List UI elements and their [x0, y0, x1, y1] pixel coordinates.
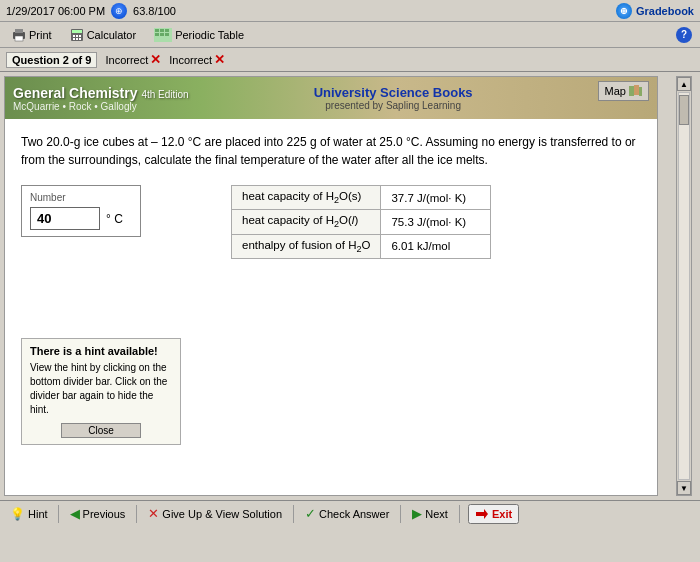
print-label: Print [29, 29, 52, 41]
number-input-label: Number [30, 192, 132, 203]
separator-1 [58, 505, 59, 523]
svg-rect-14 [165, 29, 169, 32]
svg-rect-18 [629, 86, 634, 96]
previous-label: Previous [83, 508, 126, 520]
check-answer-label: Check Answer [319, 508, 389, 520]
number-input[interactable] [30, 207, 100, 230]
hint-footer-label: Hint [28, 508, 48, 520]
book-header: General Chemistry 4th Edition McQuarrie … [5, 77, 657, 119]
next-label: Next [425, 508, 448, 520]
number-input-group: Number ° C [21, 185, 141, 237]
hint-footer-button[interactable]: 💡 Hint [6, 506, 52, 522]
svg-rect-20 [639, 87, 642, 96]
next-button[interactable]: ▶ Next [407, 505, 453, 522]
svg-rect-16 [160, 33, 164, 36]
help-button[interactable]: ? [676, 27, 692, 43]
property-cell-3: enthalpy of fusion of H2O [232, 234, 381, 258]
number-row: ° C [30, 207, 132, 230]
value-cell-3: 6.01 kJ/mol [381, 234, 491, 258]
periodic-table-label: Periodic Table [175, 29, 244, 41]
scroll-thumb[interactable] [679, 95, 689, 125]
property-cell-2: heat capacity of H2O(l) [232, 210, 381, 234]
calculator-button[interactable]: Calculator [66, 27, 141, 43]
publisher-name: University Science Books [314, 85, 473, 100]
question-body: Two 20.0-g ice cubes at – 12.0 °C are pl… [5, 119, 657, 267]
book-edition: 4th Edition [141, 89, 188, 100]
map-icon [628, 84, 642, 98]
status1-icon: ✕ [150, 52, 161, 67]
right-scrollbar: ▲ ▼ [676, 76, 692, 496]
previous-button[interactable]: ◀ Previous [65, 505, 131, 522]
publisher-area: University Science Books presented by Sa… [314, 85, 473, 111]
svg-rect-4 [72, 30, 82, 33]
book-authors: McQuarrie • Rock • Gallogly [13, 101, 189, 112]
separator-4 [400, 505, 401, 523]
book-title: General Chemistry 4th Edition [13, 85, 189, 101]
hint-title: There is a hint available! [30, 345, 172, 357]
give-up-label: Give Up & View Solution [162, 508, 282, 520]
hint-box: There is a hint available! View the hint… [21, 338, 181, 445]
unit-label: ° C [106, 212, 123, 226]
next-icon: ▶ [412, 506, 422, 521]
data-table: heat capacity of H2O(s) 37.7 J/(mol· K) … [231, 185, 491, 259]
value-cell-2: 75.3 J/(mol· K) [381, 210, 491, 234]
top-bar: 1/29/2017 06:00 PM ⊕ 63.8/100 ⊕ Gradeboo… [0, 0, 700, 22]
svg-rect-8 [73, 38, 75, 40]
svg-rect-19 [634, 85, 639, 95]
help-label: ? [681, 29, 687, 40]
hint-text: View the hint by clicking on the bottom … [30, 361, 172, 417]
status-tag-2: Incorrect ✕ [169, 52, 225, 67]
map-button[interactable]: Map [598, 81, 649, 101]
svg-rect-21 [476, 512, 484, 516]
tab-bar: Question 2 of 9 Incorrect ✕ Incorrect ✕ [0, 48, 700, 72]
presented-by: presented by Sapling Learning [314, 100, 473, 111]
hint-close-button[interactable]: Close [61, 423, 141, 438]
table-row: heat capacity of H2O(s) 37.7 J/(mol· K) [232, 186, 491, 210]
status-tag-1: Incorrect ✕ [105, 52, 161, 67]
question-counter: Question 2 of 9 [6, 52, 97, 68]
check-answer-button[interactable]: ✓ Check Answer [300, 505, 394, 522]
separator-5 [459, 505, 460, 523]
svg-rect-17 [165, 33, 169, 36]
svg-rect-2 [15, 36, 23, 41]
question-text: Two 20.0-g ice cubes at – 12.0 °C are pl… [21, 133, 641, 169]
status2-label: Incorrect [169, 54, 212, 66]
give-up-icon: ✕ [148, 506, 159, 521]
scroll-down-button[interactable]: ▼ [677, 481, 691, 495]
table-row: enthalpy of fusion of H2O 6.01 kJ/mol [232, 234, 491, 258]
calculator-label: Calculator [87, 29, 137, 41]
score-display: 63.8/100 [133, 5, 176, 17]
previous-icon: ◀ [70, 506, 80, 521]
separator-3 [293, 505, 294, 523]
book-title-text: General Chemistry [13, 85, 138, 101]
value-cell-1: 37.7 J/(mol· K) [381, 186, 491, 210]
content-wrapper: General Chemistry 4th Edition McQuarrie … [0, 72, 700, 500]
periodic-table-button[interactable]: Periodic Table [150, 27, 248, 43]
map-label: Map [605, 85, 626, 97]
exit-icon [475, 507, 489, 521]
bottom-bar: 💡 Hint ◀ Previous ✕ Give Up & View Solut… [0, 500, 700, 526]
periodic-table-icon [154, 28, 172, 42]
scroll-up-button[interactable]: ▲ [677, 77, 691, 91]
scroll-track [678, 92, 690, 480]
status2-icon: ✕ [214, 52, 225, 67]
datetime-display: 1/29/2017 06:00 PM [6, 5, 105, 17]
print-button[interactable]: Print [8, 27, 56, 43]
gradebook-label: Gradebook [636, 5, 694, 17]
gradebook-button[interactable]: ⊕ Gradebook [616, 3, 694, 19]
svg-rect-9 [76, 38, 78, 40]
toolbar: Print Calculator Periodic Table ? [0, 22, 700, 48]
svg-rect-15 [155, 33, 159, 36]
svg-rect-10 [79, 38, 81, 40]
printer-icon [12, 28, 26, 42]
separator-2 [136, 505, 137, 523]
svg-rect-1 [15, 29, 23, 33]
svg-rect-12 [155, 29, 159, 32]
svg-rect-7 [79, 35, 81, 37]
give-up-button[interactable]: ✕ Give Up & View Solution [143, 505, 287, 522]
calculator-icon [70, 28, 84, 42]
svg-rect-5 [73, 35, 75, 37]
exit-button[interactable]: Exit [468, 504, 519, 524]
table-row: heat capacity of H2O(l) 75.3 J/(mol· K) [232, 210, 491, 234]
exit-label: Exit [492, 508, 512, 520]
